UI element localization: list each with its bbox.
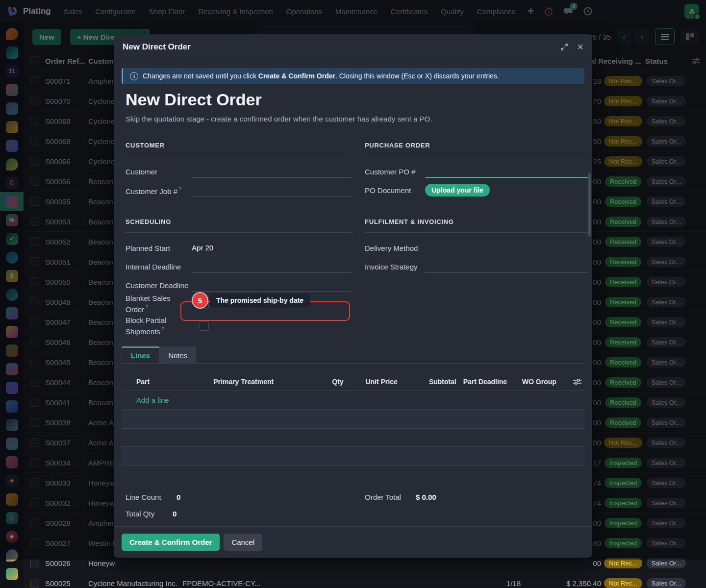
help-icon: ? — [161, 326, 164, 332]
field-planned-start: Planned Start Apr 20 — [126, 239, 351, 257]
customer-cell: Cyclone Manufacturing Inc. — [88, 579, 182, 588]
modal-scrollbar[interactable] — [588, 173, 591, 237]
order-ref-cell: S00025 — [45, 579, 88, 588]
invoice-strategy-label: Invoice Strategy — [365, 262, 425, 271]
total-cell: 00 — [528, 559, 601, 567]
sidebar-app-payroll[interactable] — [0, 564, 24, 583]
app-window: Plating SalesConfiguratorShop FloorRecei… — [0, 0, 706, 588]
part-cell: FPDEMO-ACTIVE-CY... — [182, 579, 491, 588]
modal-window-title: New Direct Order — [123, 42, 552, 52]
create-confirm-order-button[interactable]: Create & Confirm Order — [122, 534, 220, 551]
right-form-column: PURCHASE ORDER Customer PO # PO Document… — [365, 142, 588, 339]
order-total-row: Order Total $ 0.00 — [365, 489, 588, 505]
lines-col-part-deadline: Part Deadline — [456, 378, 515, 386]
lines-notes-tabs: Lines Notes — [122, 346, 584, 364]
cancel-button[interactable]: Cancel — [224, 534, 262, 551]
annotation-tooltip: The promised ship-by date — [210, 294, 310, 307]
status-cell: Sales Or... — [645, 578, 687, 588]
lines-column-settings-icon[interactable] — [573, 378, 584, 385]
customer-input[interactable] — [192, 165, 351, 178]
row-checkbox[interactable] — [30, 579, 39, 588]
page-title: New Direct Order — [122, 90, 584, 109]
lines-col-primary-treatment: Primary Treatment — [213, 378, 312, 386]
total-qty-label: Total Qty — [126, 510, 169, 518]
customer-job-input[interactable] — [192, 184, 351, 196]
lines-col-unit-price: Unit Price — [344, 378, 398, 386]
field-invoice-strategy: Invoice Strategy — [365, 257, 588, 276]
customer-po-label: Customer PO # — [365, 167, 425, 176]
modal-footer: Create & Confirm Order Cancel — [114, 526, 592, 558]
line-count-row: Line Count 0 — [126, 489, 351, 505]
total-qty-row: Total Qty 0 — [126, 505, 351, 522]
customer-job-label: Customer Job #? — [126, 185, 192, 196]
field-customer-job: Customer Job #? — [126, 181, 351, 199]
order-total-value: $ 0.00 — [416, 493, 436, 501]
internal-deadline-input[interactable] — [192, 260, 351, 273]
row-checkbox[interactable] — [30, 559, 39, 567]
unsaved-changes-banner: i Changes are not saved until you click … — [122, 68, 584, 84]
customer-po-input[interactable] — [425, 165, 588, 178]
field-internal-deadline: Internal Deadline — [126, 257, 351, 276]
field-po-document: PO Document Upload your file — [365, 181, 588, 199]
field-customer: Customer — [126, 162, 351, 181]
customer-deadline-input[interactable] — [192, 279, 351, 292]
help-icon: ? — [145, 304, 148, 310]
empty-line-row — [122, 447, 584, 466]
total-qty-value: 0 — [173, 510, 176, 518]
delivery-method-input[interactable] — [425, 242, 588, 254]
receiving-cell: Not Rec... — [601, 578, 645, 588]
field-delivery-method: Delivery Method — [365, 239, 588, 257]
planned-start-label: Planned Start — [126, 244, 192, 253]
section-customer: CUSTOMER — [126, 142, 351, 156]
help-icon: ? — [178, 186, 181, 192]
qty-cell: 1/18 — [491, 579, 521, 588]
block-partial-checkbox[interactable] — [200, 321, 209, 331]
invoice-strategy-input[interactable] — [425, 260, 588, 273]
info-icon: i — [130, 72, 138, 80]
expand-icon[interactable] — [560, 43, 568, 51]
status-badge: Sales Or... — [647, 578, 686, 588]
receiving-badge: Not Rec... — [604, 578, 642, 588]
total-cell: $ 2,350.40 — [528, 579, 601, 588]
annotation-step-badge: 5 — [193, 293, 207, 308]
banner-text: Changes are not saved until you click Cr… — [143, 72, 499, 80]
lines-col-qty: Qty — [312, 378, 344, 386]
line-count-value: 0 — [176, 493, 180, 501]
customer-label: Customer — [126, 167, 192, 176]
planned-start-input[interactable]: Apr 20 — [192, 242, 351, 254]
customer-cell: Honeyw — [88, 559, 182, 567]
field-customer-deadline: Customer Deadline — [126, 276, 351, 294]
po-document-label: PO Document — [365, 186, 425, 195]
order-totals: Line Count 0 Total Qty 0 Order Total $ 0… — [122, 489, 584, 522]
delivery-method-label: Delivery Method — [365, 244, 425, 253]
empty-line-gap — [122, 429, 584, 447]
empty-line-row — [122, 410, 584, 429]
lines-col-wo-group: WO Group — [515, 378, 573, 386]
line-count-label: Line Count — [126, 493, 173, 501]
close-icon[interactable]: × — [577, 42, 583, 52]
lines-col-subtotal: Subtotal — [398, 378, 456, 386]
upload-file-button[interactable]: Upload your file — [425, 184, 490, 196]
lines-col-part: Part — [122, 378, 213, 386]
table-row[interactable]: S00025Cyclone Manufacturing Inc.FPDEMO-A… — [24, 573, 706, 588]
order-ref-cell: S00026 — [45, 559, 88, 567]
modal-header: New Direct Order × — [114, 34, 592, 60]
section-scheduling: SCHEDULING — [126, 218, 351, 233]
order-total-label: Order Total — [365, 493, 412, 501]
lines-table-header: PartPrimary TreatmentQtyUnit PriceSubtot… — [122, 373, 584, 391]
section-purchase-order: PURCHASE ORDER — [365, 142, 588, 156]
modal-body: i Changes are not saved until you click … — [114, 60, 592, 526]
section-fulfilment: FULFILMENT & INVOICING — [365, 218, 588, 233]
internal-deadline-label: Internal Deadline — [126, 262, 192, 271]
add-a-line-link[interactable]: Add a line — [122, 391, 584, 410]
payroll-icon — [6, 568, 18, 580]
page-subtitle: Skip the quotation stage - create a conf… — [122, 114, 584, 124]
field-customer-po: Customer PO # — [365, 162, 588, 181]
tab-notes[interactable]: Notes — [159, 346, 196, 363]
tab-lines[interactable]: Lines — [122, 346, 159, 363]
customer-deadline-label: Customer Deadline — [126, 281, 192, 290]
new-direct-order-modal: New Direct Order × i Changes are not sav… — [114, 34, 592, 558]
